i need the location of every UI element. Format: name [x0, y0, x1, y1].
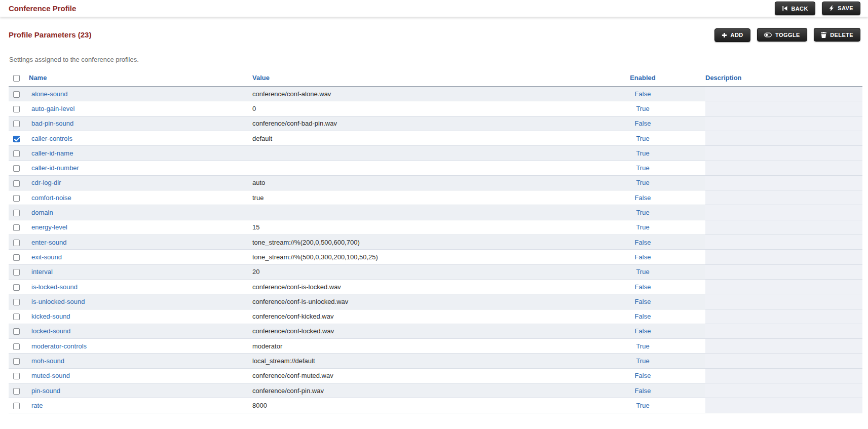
table-row: kicked-sound conference/conf-kicked.wav …: [9, 309, 862, 324]
row-checkbox[interactable]: [13, 314, 20, 320]
row-checkbox[interactable]: [13, 328, 20, 335]
table-row: is-locked-sound conference/conf-is-locke…: [9, 279, 862, 294]
delete-button[interactable]: DELETE: [814, 28, 860, 42]
toggle-icon: [764, 32, 772, 38]
parameter-name-cell: exit-sound: [29, 250, 252, 264]
parameter-name-link[interactable]: domain: [31, 209, 53, 216]
row-checkbox-cell: [9, 354, 29, 368]
parameter-name-link[interactable]: alone-sound: [31, 90, 68, 98]
parameter-enabled-cell: False: [580, 190, 705, 205]
profile-parameters-table: Name Value Enabled Description alone-sou…: [9, 74, 862, 413]
parameter-name-link[interactable]: enter-sound: [31, 239, 66, 246]
section-header: Profile Parameters (23) ADD TOGGLE DELET…: [9, 28, 860, 42]
parameter-name-link[interactable]: is-locked-sound: [31, 283, 78, 291]
parameter-name-link[interactable]: moderator-controls: [31, 342, 87, 350]
row-checkbox[interactable]: [13, 195, 20, 202]
row-checkbox[interactable]: [13, 106, 20, 112]
parameter-name-link[interactable]: locked-sound: [31, 327, 70, 335]
row-checkbox[interactable]: [13, 121, 20, 127]
parameter-name-cell: alone-sound: [29, 87, 252, 101]
parameter-name-link[interactable]: exit-sound: [31, 253, 62, 261]
table-row: domain True: [9, 205, 862, 220]
parameter-name-link[interactable]: is-unlocked-sound: [31, 298, 85, 305]
column-header-description[interactable]: Description: [705, 74, 862, 87]
section-subtitle: Settings assigned to the conference prof…: [9, 56, 868, 63]
back-button[interactable]: BACK: [775, 2, 815, 15]
parameter-value-cell: moderator: [252, 339, 580, 354]
parameter-name-link[interactable]: muted-sound: [31, 372, 70, 379]
row-checkbox[interactable]: [13, 403, 20, 409]
parameter-name-link[interactable]: caller-id-name: [31, 149, 73, 157]
parameter-name-link[interactable]: caller-id-number: [31, 164, 79, 172]
parameter-enabled-cell: False: [580, 250, 705, 264]
row-checkbox-cell: [9, 279, 29, 294]
parameter-name-cell: interval: [29, 264, 252, 279]
parameter-description-cell: [705, 87, 862, 101]
row-checkbox[interactable]: [13, 299, 20, 305]
row-checkbox-cell: [9, 101, 29, 116]
row-checkbox-cell: [9, 190, 29, 205]
save-button[interactable]: SAVE: [822, 2, 860, 15]
table-row: muted-sound conference/conf-muted.wav Fa…: [9, 368, 862, 383]
row-checkbox[interactable]: [13, 210, 20, 216]
parameter-name-link[interactable]: bad-pin-sound: [31, 120, 73, 127]
column-header-enabled[interactable]: Enabled: [580, 74, 705, 87]
row-checkbox[interactable]: [13, 373, 20, 379]
parameter-name-link[interactable]: caller-controls: [31, 135, 72, 142]
parameter-enabled-cell: True: [580, 264, 705, 279]
row-checkbox[interactable]: [13, 343, 20, 350]
bolt-icon: [829, 5, 834, 11]
row-checkbox-cell: [9, 205, 29, 220]
parameter-name-link[interactable]: auto-gain-level: [31, 105, 74, 112]
row-checkbox[interactable]: [13, 358, 20, 365]
row-checkbox-cell: [9, 235, 29, 250]
table-row: caller-controls default True: [9, 131, 862, 145]
row-checkbox-cell: [9, 324, 29, 338]
row-checkbox[interactable]: [13, 91, 20, 98]
table-row: moderator-controls moderator True: [9, 339, 862, 354]
toggle-button[interactable]: TOGGLE: [757, 28, 807, 42]
parameter-value-cell: 20: [252, 264, 580, 279]
row-checkbox[interactable]: [13, 180, 20, 187]
select-all-checkbox[interactable]: [13, 75, 20, 82]
parameter-description-cell: [705, 235, 862, 250]
row-checkbox-cell: [9, 87, 29, 101]
row-checkbox[interactable]: [13, 136, 20, 142]
row-checkbox[interactable]: [13, 388, 20, 395]
parameter-name-link[interactable]: cdr-log-dir: [31, 179, 61, 186]
table-row: exit-sound tone_stream://%(500,0,300,200…: [9, 250, 862, 264]
parameter-name-link[interactable]: moh-sound: [31, 357, 64, 365]
table-row: locked-sound conference/conf-locked.wav …: [9, 324, 862, 338]
table-row: moh-sound local_stream://default True: [9, 354, 862, 368]
parameter-value-cell: default: [252, 131, 580, 145]
parameter-value-cell: [252, 161, 580, 175]
row-checkbox[interactable]: [13, 269, 20, 276]
parameter-name-link[interactable]: rate: [31, 402, 43, 409]
parameter-name-link[interactable]: interval: [31, 268, 53, 276]
parameter-name-cell: locked-sound: [29, 324, 252, 338]
parameter-description-cell: [705, 175, 862, 190]
row-checkbox[interactable]: [13, 224, 20, 231]
parameter-name-link[interactable]: pin-sound: [31, 387, 60, 395]
parameter-description-cell: [705, 131, 862, 145]
parameter-name-cell: moderator-controls: [29, 339, 252, 354]
row-checkbox[interactable]: [13, 254, 20, 261]
row-checkbox[interactable]: [13, 165, 20, 172]
parameter-value-cell: conference/conf-muted.wav: [252, 368, 580, 383]
column-header-value[interactable]: Value: [252, 74, 580, 87]
parameter-value-cell: conference/conf-is-locked.wav: [252, 279, 580, 294]
row-checkbox[interactable]: [13, 240, 20, 246]
parameter-name-link[interactable]: kicked-sound: [31, 313, 70, 320]
parameter-name-cell: caller-id-number: [29, 161, 252, 175]
parameter-name-link[interactable]: energy-level: [31, 223, 67, 231]
row-checkbox[interactable]: [13, 150, 20, 157]
parameter-name-link[interactable]: comfort-noise: [31, 194, 71, 202]
table-row: rate 8000 True: [9, 398, 862, 413]
add-button[interactable]: ADD: [714, 28, 750, 42]
table-row: caller-id-number True: [9, 161, 862, 175]
parameter-description-cell: [705, 161, 862, 175]
row-checkbox-cell: [9, 131, 29, 145]
parameter-description-cell: [705, 146, 862, 161]
row-checkbox[interactable]: [13, 284, 20, 291]
column-header-name[interactable]: Name: [29, 74, 252, 87]
